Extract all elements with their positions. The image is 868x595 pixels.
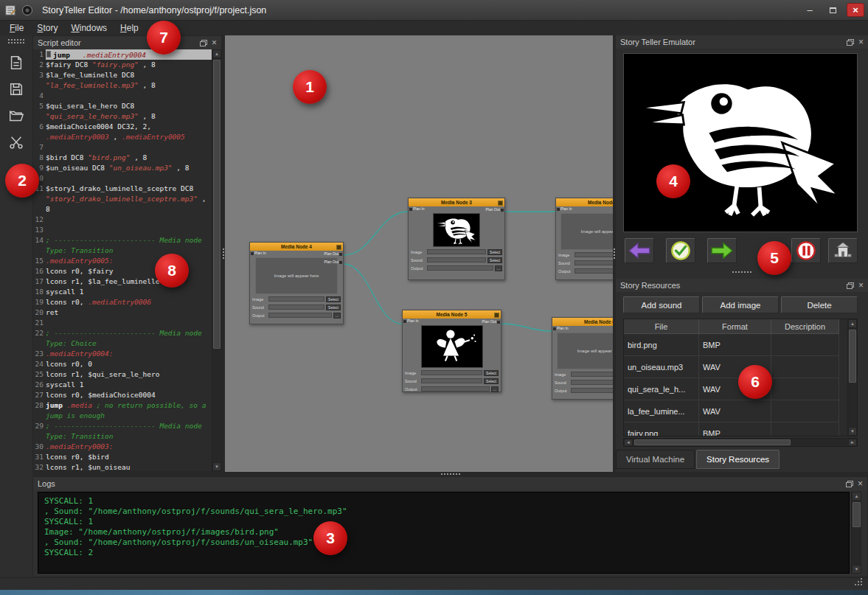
close-button[interactable]: ×: [847, 3, 864, 17]
menu-item-file[interactable]: File: [3, 21, 30, 35]
output-port[interactable]: Plan Out: [324, 251, 342, 256]
maximize-button[interactable]: [824, 3, 841, 17]
code-line: 29; ------------------------ Media node: [33, 421, 212, 431]
scroll-right-icon[interactable]: ►: [848, 439, 857, 446]
media-node[interactable]: Media Node 4Plan InPlan OutPlan OutImage…: [249, 242, 344, 324]
node-select-button[interactable]: Select: [326, 296, 341, 302]
run-button[interactable]: [5, 167, 27, 189]
node-canvas[interactable]: Media Node 4Plan InPlan OutPlan OutImage…: [225, 35, 613, 472]
open-folder-button[interactable]: [5, 105, 27, 127]
input-port[interactable]: Plan In: [403, 319, 419, 323]
app-round-icon: [21, 4, 34, 17]
confirm-check-button[interactable]: [666, 238, 695, 263]
table-cell: la_fee_lumine...: [624, 400, 699, 422]
scroll-up-icon[interactable]: ▲: [852, 492, 861, 501]
scroll-left-icon[interactable]: ◄: [624, 439, 633, 446]
home-button[interactable]: [828, 238, 858, 263]
scroll-down-icon[interactable]: ▼: [848, 427, 857, 436]
scroll-down-icon[interactable]: ▼: [852, 565, 861, 574]
table-row[interactable]: la_fee_lumine...WAV: [624, 400, 857, 422]
output-port[interactable]: Plan Out: [486, 207, 504, 212]
back-arrow-button[interactable]: [625, 238, 654, 263]
new-script-button[interactable]: [5, 52, 27, 74]
close-icon[interactable]: ×: [212, 39, 217, 46]
scroll-thumb[interactable]: [849, 330, 856, 383]
forward-arrow-button[interactable]: [707, 238, 737, 263]
log-output[interactable]: SYSCALL: 1, Sound: "/home/anthony/ostpro…: [38, 492, 850, 574]
code-scrollbar[interactable]: ▲ ▼: [212, 49, 221, 471]
scissors-button[interactable]: [5, 131, 27, 153]
line-marker-icon: [46, 51, 51, 58]
add-image-button[interactable]: Add image: [702, 296, 779, 313]
input-port[interactable]: Plan In: [557, 206, 572, 211]
undock-icon[interactable]: [847, 39, 854, 46]
menu-item-story[interactable]: Story: [30, 21, 64, 35]
line-number: 21: [33, 318, 46, 328]
tab-virtual-machine[interactable]: Virtual Machine: [616, 450, 695, 469]
node-title-bar: Media Node 6: [552, 318, 613, 326]
logs-scrollbar[interactable]: ▲ ▼: [851, 492, 861, 574]
output-port[interactable]: Plan Out: [482, 319, 500, 324]
table-row[interactable]: fairy.pngBMP: [624, 422, 857, 436]
media-node[interactable]: Media Node 3Plan InPlan OutImageSelectSo…: [408, 198, 505, 280]
pause-button[interactable]: [791, 238, 821, 263]
scroll-up-icon[interactable]: ▲: [848, 319, 857, 328]
table-scrollbar[interactable]: ▲ ▼: [847, 319, 857, 436]
code-line: 7: [33, 142, 212, 153]
menu-item-windows[interactable]: Windows: [64, 21, 114, 35]
dock-splitter[interactable]: [616, 271, 868, 273]
node-select-button[interactable]: ...: [495, 265, 502, 271]
media-node[interactable]: Media Node 2Plan InImage will appear her…: [555, 198, 613, 280]
close-icon[interactable]: ×: [858, 480, 863, 487]
node-select-button[interactable]: Select: [484, 370, 499, 376]
toolbar-drag-handle[interactable]: [7, 38, 25, 44]
node-field-value: [427, 257, 486, 262]
log-line: , Sound: "/home/anthony/ostproj/f/sounds…: [44, 537, 843, 548]
scroll-thumb[interactable]: [853, 502, 861, 527]
media-node[interactable]: Media Node 5Plan InPlan OutImageSelectSo…: [402, 310, 501, 392]
table-row[interactable]: bird.pngBMP: [624, 334, 857, 356]
confirm-check-icon: [670, 240, 691, 261]
toolbar: [0, 35, 32, 577]
line-number: [33, 132, 46, 142]
table-horizontal-scrollbar[interactable]: ◄ ►: [623, 438, 858, 447]
scroll-up-icon[interactable]: ▲: [212, 49, 221, 58]
table-row[interactable]: un_oiseau.mp3WAV: [624, 356, 857, 378]
resize-grip[interactable]: [855, 578, 864, 587]
code-line: "qui_sera_le_hero.mp3" , 8: [33, 111, 212, 122]
scroll-down-icon[interactable]: ▼: [212, 462, 221, 471]
node-select-button[interactable]: Select: [326, 305, 341, 310]
table-row[interactable]: qui_sera_le_h...WAV: [624, 378, 857, 400]
undock-icon[interactable]: [200, 40, 207, 46]
node-select-button[interactable]: ...: [491, 386, 499, 392]
node-select-button[interactable]: Select: [484, 378, 499, 384]
output-port[interactable]: Plan Out: [324, 260, 342, 264]
undock-icon[interactable]: [846, 481, 853, 487]
tab-story-resources[interactable]: Story Resources: [696, 450, 780, 469]
minimize-button[interactable]: –: [801, 3, 819, 17]
close-icon[interactable]: ×: [858, 282, 864, 289]
code-area[interactable]: 1jump .mediaEntry00042$fairy DC8 "fairy.…: [33, 49, 212, 471]
node-select-button[interactable]: Select: [487, 249, 502, 255]
node-select-button[interactable]: Select: [487, 257, 502, 263]
media-node[interactable]: Media Node 6Plan InImage will appear her…: [552, 317, 613, 400]
input-port[interactable]: Plan In: [409, 206, 425, 211]
scroll-thumb[interactable]: [213, 60, 221, 349]
menu-item-help[interactable]: Help: [114, 21, 145, 35]
input-port[interactable]: Plan In: [251, 251, 266, 255]
node-select-button[interactable]: ...: [333, 313, 341, 319]
save-button[interactable]: [5, 78, 27, 100]
undock-icon[interactable]: [847, 282, 854, 289]
line-number: 15: [33, 256, 46, 266]
delete-button[interactable]: Delete: [781, 296, 858, 313]
code-line: 5$qui_sera_le_hero DC8: [33, 101, 212, 111]
line-number: 31: [33, 452, 46, 462]
input-port[interactable]: Plan In: [553, 326, 569, 330]
scroll-thumb[interactable]: [634, 439, 791, 445]
line-number: 11: [33, 184, 46, 194]
add-sound-button[interactable]: Add sound: [623, 296, 700, 313]
line-number: [33, 80, 46, 91]
close-icon[interactable]: ×: [858, 38, 864, 46]
log-line: SYSCALL: 1: [44, 496, 843, 507]
node-field-label: Sound: [558, 261, 573, 265]
